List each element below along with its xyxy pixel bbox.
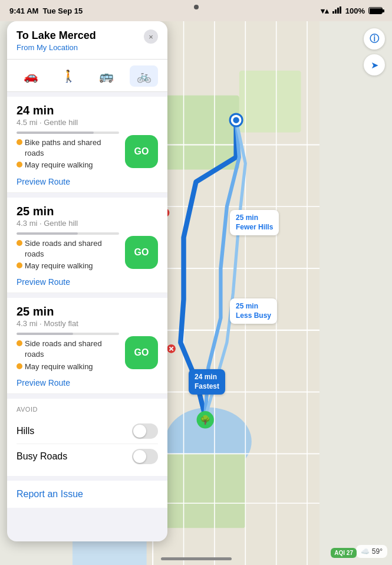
battery-icon [368,7,383,14]
route-2-go-button[interactable]: GO [125,236,158,269]
route-2-progress [17,232,119,235]
wifi-icon: ▾▴ [321,6,329,15]
route-card-1: 24 min 4.5 mi · Gentle hill Bike paths a… [7,97,167,193]
route-3-note-1: Side roads and shared roads [17,339,119,360]
route-3-go-button[interactable]: GO [125,336,158,369]
home-indicator [161,557,232,560]
panel-header: To Lake Merced From My Location × [7,21,167,60]
route-card-3: 25 min 4.3 mi · Mostly flat Side roads a… [7,298,167,394]
from-location[interactable]: My Location [37,43,78,52]
route-3-time: 25 min [17,305,158,318]
route-2-info: Side roads and shared roads May require … [17,232,119,273]
svg-rect-3 [340,6,341,14]
tab-bike[interactable]: 🚲 [130,65,158,87]
camera-notch [194,5,199,9]
svg-point-24 [233,117,239,123]
route-2-time: 25 min [17,205,158,218]
avoid-title: AVOID [17,406,158,413]
avoid-busy-thumb [133,450,146,463]
status-time: 9:41 AM Tue Sep 15 [9,6,83,15]
route-1-detail: 4.5 mi · Gentle hill [17,118,158,127]
route-card-2: 25 min 4.3 mi · Gentle hill Side roads a… [7,198,167,294]
status-right: ▾▴ 100% [321,6,383,15]
transport-tabs: 🚗 🚶 🚌 🚲 [7,60,167,92]
tab-transit[interactable]: 🚌 [92,65,120,87]
route-1-time: 24 min [17,104,158,117]
map-label-less-busy: 25 minLess Busy [230,298,277,324]
avoid-hills-label: Hills [17,426,34,436]
tab-car[interactable]: 🚗 [17,65,45,87]
route-1-note-1: Bike paths and shared roads [17,137,119,159]
route-2-detail: 4.3 mi · Gentle hill [17,219,158,228]
svg-text:🌳: 🌳 [200,415,211,425]
svg-rect-8 [239,71,301,133]
close-button[interactable]: × [144,29,158,44]
svg-rect-1 [335,9,337,14]
svg-rect-0 [332,11,334,14]
temperature: 59° [372,547,383,556]
aqi-badge: AQI 27 [331,548,357,558]
avoid-hills-row: Hills [17,419,158,444]
directions-panel: To Lake Merced From My Location × 🚗 🚶 🚌 … [7,21,167,541]
tab-walk[interactable]: 🚶 [54,65,83,87]
avoid-busy-row: Busy Roads [17,444,158,469]
location-button[interactable]: ➤ [364,54,385,75]
route-3-detail: 4.3 mi · Mostly flat [17,319,158,328]
status-bar: 9:41 AM Tue Sep 15 ▾▴ 100% [0,0,392,21]
route-3-preview-link[interactable]: Preview Route [17,378,158,387]
route-3-note-2: May require walking [17,362,119,372]
avoid-hills-toggle[interactable] [132,423,158,439]
info-button[interactable]: ⓘ [364,28,385,50]
from-row: From My Location [17,43,96,52]
destination-title: To Lake Merced [17,29,96,42]
route-1-info: Bike paths and shared roads May require … [17,132,119,172]
report-issue-link[interactable]: Report an Issue [17,489,83,499]
route-1-go-button[interactable]: GO [125,135,158,168]
route-2-note-1: Side roads and shared roads [17,238,119,259]
route-1-note-2: May require walking [17,160,119,170]
route-1-preview-link[interactable]: Preview Route [17,177,158,186]
route-1-progress [17,132,119,134]
route-2-preview-link[interactable]: Preview Route [17,277,158,287]
avoid-hills-thumb [133,425,146,438]
avoid-section: AVOID Hills Busy Roads [7,399,167,476]
map-label-fewer-hills: 25 minFewer Hills [230,210,279,235]
weather-badge: ☁️ 59° [356,545,387,558]
map-label-fastest: 24 minFastest [189,369,225,395]
report-section: Report an Issue [7,481,167,508]
battery-percent: 100% [345,6,365,15]
route-2-note-2: May require walking [17,261,119,271]
weather-icon: ☁️ [361,547,370,556]
route-3-progress [17,333,119,335]
avoid-busy-toggle[interactable] [132,449,158,464]
route-3-info: Side roads and shared roads May require … [17,333,119,373]
svg-rect-2 [337,8,339,14]
signal-icon [332,6,342,15]
avoid-busy-label: Busy Roads [17,451,67,462]
